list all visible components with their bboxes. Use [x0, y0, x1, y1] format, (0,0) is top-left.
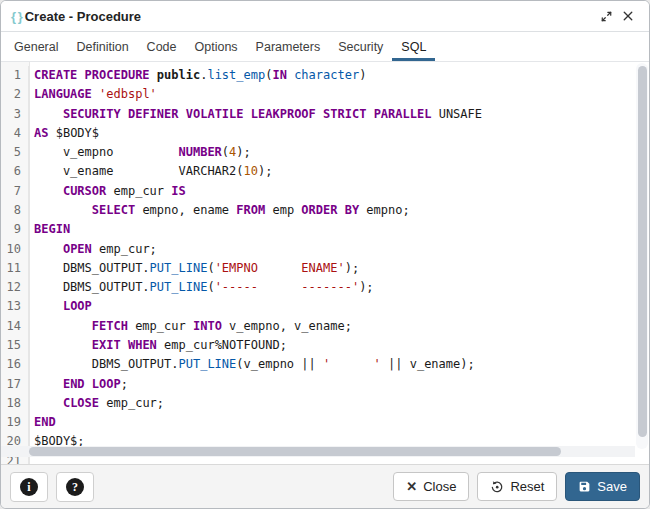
code-line: 11 DBMS_OUTPUT.PUT_LINE('EMPNO ENAME'); — [1, 259, 649, 278]
code-line: 8 SELECT empno, ename FROM emp ORDER BY … — [1, 201, 649, 220]
code-line: 10 OPEN emp_cur; — [1, 240, 649, 259]
line-number: 16 — [1, 355, 29, 374]
code-line: 3 SECURITY DEFINER VOLATILE LEAKPROOF ST… — [1, 105, 649, 124]
save-button[interactable]: Save — [565, 472, 640, 501]
line-content: OPEN emp_cur; — [29, 240, 157, 259]
dialog-title: Create - Procedure — [25, 9, 141, 24]
tab-bar: GeneralDefinitionCodeOptionsParametersSe… — [1, 32, 649, 62]
line-number: 3 — [1, 105, 29, 124]
line-content: FETCH emp_cur INTO v_empno, v_ename; — [29, 317, 352, 336]
code-line: 1CREATE PROCEDURE public.list_emp(IN cha… — [1, 66, 649, 85]
code-line: 19END — [1, 413, 649, 432]
line-number: 13 — [1, 297, 29, 316]
code-line: 16 DBMS_OUTPUT.PUT_LINE(v_empno || ' ' |… — [1, 355, 649, 374]
line-number: 17 — [1, 375, 29, 394]
line-number: 12 — [1, 278, 29, 297]
line-content: BEGIN — [29, 220, 70, 239]
tab-parameters[interactable]: Parameters — [247, 32, 330, 61]
titlebar: { } Create - Procedure — [1, 1, 649, 32]
line-number: 19 — [1, 413, 29, 432]
line-content: DBMS_OUTPUT.PUT_LINE('EMPNO ENAME'); — [29, 259, 359, 278]
line-number: 14 — [1, 317, 29, 336]
line-number: 1 — [1, 66, 29, 85]
horizontal-scrollbar[interactable] — [1, 446, 635, 457]
sql-editor[interactable]: 1CREATE PROCEDURE public.list_emp(IN cha… — [1, 62, 649, 464]
line-content: EXIT WHEN emp_cur%NOTFOUND; — [29, 336, 287, 355]
line-number: 10 — [1, 240, 29, 259]
code-line: 12 DBMS_OUTPUT.PUT_LINE('----- -------')… — [1, 278, 649, 297]
braces-icon: { } — [11, 9, 22, 24]
tab-definition[interactable]: Definition — [67, 32, 137, 61]
line-number: 5 — [1, 143, 29, 162]
line-content: DBMS_OUTPUT.PUT_LINE('----- -------'); — [29, 278, 374, 297]
expand-icon[interactable] — [595, 5, 617, 27]
reset-undo-icon — [490, 480, 504, 494]
code-line: 4AS $BODY$ — [1, 124, 649, 143]
line-content: LOOP — [29, 297, 92, 316]
close-icon[interactable] — [617, 5, 639, 27]
line-content: DBMS_OUTPUT.PUT_LINE(v_empno || ' ' || v… — [29, 355, 475, 374]
save-button-label: Save — [597, 479, 627, 494]
line-number: 7 — [1, 182, 29, 201]
info-icon: i — [20, 478, 38, 496]
line-number: 18 — [1, 394, 29, 413]
code-line: 13 LOOP — [1, 297, 649, 316]
line-content: AS $BODY$ — [29, 124, 99, 143]
line-content: v_empno NUMBER(4); — [29, 143, 251, 162]
help-button[interactable]: ? — [56, 472, 94, 502]
reset-button[interactable]: Reset — [477, 472, 557, 501]
line-number: 15 — [1, 336, 29, 355]
create-procedure-dialog: { } Create - Procedure GeneralDefinition… — [0, 0, 650, 509]
save-floppy-icon — [578, 480, 591, 493]
tab-code[interactable]: Code — [138, 32, 186, 61]
tab-general[interactable]: General — [5, 32, 67, 61]
code-line: 15 EXIT WHEN emp_cur%NOTFOUND; — [1, 336, 649, 355]
code-line: 5 v_empno NUMBER(4); — [1, 143, 649, 162]
line-number: 8 — [1, 201, 29, 220]
code-area: 1CREATE PROCEDURE public.list_emp(IN cha… — [1, 66, 649, 464]
close-button[interactable]: ✕ Close — [393, 472, 469, 501]
reset-button-label: Reset — [510, 479, 544, 494]
close-button-label: Close — [423, 479, 456, 494]
line-content: END LOOP; — [29, 375, 128, 394]
footer: i ? ✕ Close Reset — [1, 464, 649, 508]
tab-sql[interactable]: SQL — [392, 32, 435, 61]
line-content: SECURITY DEFINER VOLATILE LEAKPROOF STRI… — [29, 105, 482, 124]
line-content: SELECT empno, ename FROM emp ORDER BY em… — [29, 201, 410, 220]
line-number: 4 — [1, 124, 29, 143]
close-x-icon: ✕ — [406, 479, 417, 494]
line-content: CLOSE emp_cur; — [29, 394, 164, 413]
code-line: 17 END LOOP; — [1, 375, 649, 394]
code-line: 7 CURSOR emp_cur IS — [1, 182, 649, 201]
line-content: CURSOR emp_cur IS — [29, 182, 186, 201]
line-number: 6 — [1, 162, 29, 181]
sql-info-button[interactable]: i — [10, 472, 48, 502]
tab-security[interactable]: Security — [329, 32, 392, 61]
line-content: END — [29, 413, 56, 432]
code-line: 14 FETCH emp_cur INTO v_empno, v_ename; — [1, 317, 649, 336]
line-content: CREATE PROCEDURE public.list_emp(IN char… — [29, 66, 366, 85]
vertical-scrollbar[interactable] — [636, 63, 648, 449]
line-number: 2 — [1, 85, 29, 104]
code-line: 9BEGIN — [1, 220, 649, 239]
tab-options[interactable]: Options — [186, 32, 247, 61]
line-content: v_ename VARCHAR2(10); — [29, 162, 272, 181]
code-line: 2LANGUAGE 'edbspl' — [1, 85, 649, 104]
line-number: 9 — [1, 220, 29, 239]
vertical-scrollbar-thumb[interactable] — [638, 66, 647, 437]
code-line: 18 CLOSE emp_cur; — [1, 394, 649, 413]
horizontal-scrollbar-thumb[interactable] — [29, 447, 561, 456]
line-number: 11 — [1, 259, 29, 278]
code-line: 6 v_ename VARCHAR2(10); — [1, 162, 649, 181]
line-content: LANGUAGE 'edbspl' — [29, 85, 157, 104]
help-icon: ? — [66, 478, 84, 496]
